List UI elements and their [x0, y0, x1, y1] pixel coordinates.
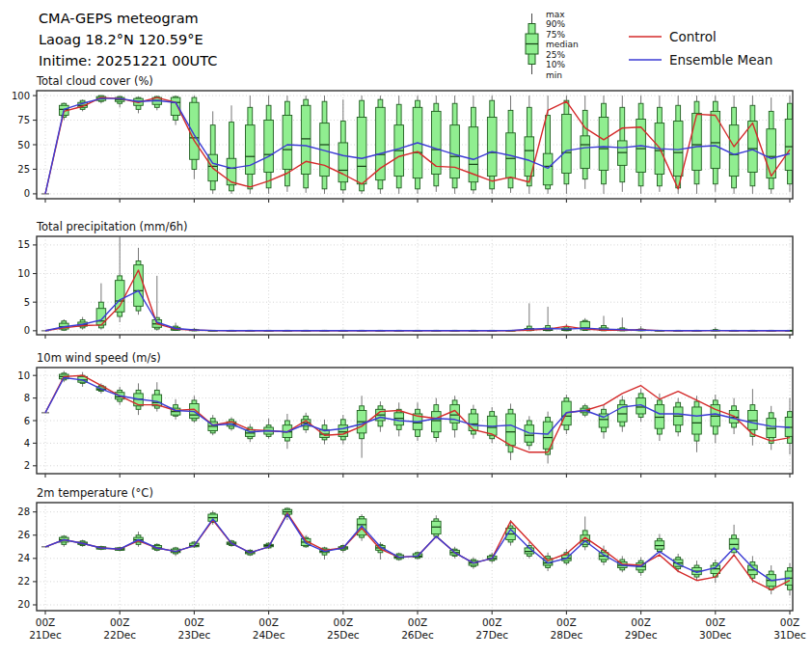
y-tick-label: 25: [17, 164, 30, 175]
box-plot: [469, 96, 478, 194]
legend-box-label: max: [546, 10, 565, 19]
x-label-date: 29Dec: [625, 629, 658, 641]
box-plot: [581, 516, 590, 550]
box-plot: [767, 406, 776, 451]
box-plot: [394, 96, 404, 194]
legend-box-label: 25%: [546, 50, 565, 60]
box-25-75: [171, 97, 180, 115]
box-plot: [432, 96, 442, 192]
box-25-75: [599, 117, 609, 170]
legend-box-label: 75%: [546, 30, 565, 40]
box-plot: [729, 96, 739, 194]
y-tick-label: 5: [24, 297, 30, 308]
y-tick-label: 22: [17, 576, 30, 587]
x-label-date: 22Dec: [103, 629, 136, 641]
box-plot: [673, 96, 683, 194]
box-plot: [525, 303, 534, 330]
box-plot: [599, 405, 609, 439]
box-25-75: [246, 125, 256, 175]
box-plot: [506, 403, 516, 460]
figure-location: Laoag 18.2°N 120.59°E: [39, 29, 217, 50]
y-tick-label: 10: [17, 268, 30, 279]
y-tick-label: 24: [17, 553, 30, 563]
y-tick-label: 15: [17, 239, 30, 250]
box-plot: [748, 96, 758, 194]
panel-title-cloud: Total cloud cover (%): [36, 74, 153, 88]
box-plot: [487, 96, 497, 194]
x-label-date: 21Dec: [29, 629, 62, 641]
y-tick-label: 50: [17, 140, 30, 150]
box-plot: [673, 398, 683, 437]
y-tick-label: 4: [24, 438, 30, 449]
panel-temp: 20222426282m temperature (°C): [17, 486, 795, 615]
box-25-75: [692, 113, 702, 170]
x-label-date: 26Dec: [401, 629, 434, 641]
y-tick-label: 8: [24, 393, 30, 403]
legend-box-label: 10%: [546, 60, 565, 69]
box-plot: [246, 424, 256, 443]
box-plot: [673, 554, 683, 572]
box-plot: [711, 395, 720, 443]
box-plot: [543, 307, 553, 331]
y-tick-label: 100: [12, 91, 30, 101]
box-plot: [190, 96, 200, 179]
box-25-75: [450, 125, 460, 178]
y-tick-label: 6: [24, 416, 30, 426]
x-label-hour: 00Z: [184, 616, 204, 628]
y-tick-label: 0: [24, 188, 30, 199]
x-label-date: 28Dec: [551, 629, 583, 641]
panel-wind: 24681010m wind speed (m/s): [17, 351, 795, 478]
box-plot: [264, 419, 274, 439]
meteogram-figure: 0255075100Total cloud cover (%)051015Tot…: [0, 0, 812, 656]
box-25-75: [506, 414, 516, 446]
box-plot: [413, 96, 422, 194]
panel-title-temp: 2m temperature (°C): [37, 486, 153, 500]
box-25-75: [543, 153, 553, 185]
grid-precip: [37, 236, 793, 335]
x-label-hour: 00Z: [110, 616, 130, 628]
box-plot: [301, 96, 311, 193]
box-plot: [152, 382, 162, 411]
box-plot: [134, 96, 144, 113]
line-legend: ControlEnsemble Mean: [629, 29, 772, 68]
figure-inittime: Initime: 20251221 00UTC: [39, 50, 217, 71]
box-25-75: [432, 412, 442, 432]
y-tick-label: 10: [17, 370, 30, 381]
x-label-date: 27Dec: [475, 629, 508, 641]
box-plot: [525, 96, 534, 194]
box-25-75: [692, 407, 702, 434]
x-label-hour: 00Z: [408, 616, 428, 628]
figure-header: CMA-GEPS meteogram Laoag 18.2°N 120.59°E…: [39, 8, 217, 71]
box-plot: [711, 560, 720, 583]
box-plot: [487, 407, 497, 443]
box-25-75: [376, 107, 386, 179]
boxplots-cloud: [60, 96, 795, 194]
y-tick-label: 0: [24, 325, 30, 336]
x-label-hour: 00Z: [334, 616, 354, 628]
boxplots-temp: [60, 507, 795, 596]
y-tick-label: 26: [17, 530, 30, 540]
box-plot: [376, 96, 386, 194]
box-plot: [618, 396, 628, 431]
panel-title-wind: 10m wind speed (m/s): [37, 351, 161, 365]
box-plot: [767, 97, 776, 194]
box-plot: [748, 389, 758, 446]
x-label-date: 25Dec: [327, 629, 360, 641]
x-label-hour: 00Z: [706, 616, 726, 628]
box-plot: [469, 405, 478, 439]
box-plot: [618, 96, 628, 192]
box-plot: [636, 96, 646, 194]
box-25-75: [581, 136, 590, 169]
panel-precip: 051015Total precipitation (mm/6h): [17, 220, 795, 339]
box-plot: [432, 398, 442, 443]
legend-line-label: Control: [669, 29, 717, 44]
box-plot: [618, 317, 628, 331]
box-25-75: [729, 125, 739, 177]
box-plot: [357, 96, 366, 194]
x-label-hour: 00Z: [258, 616, 279, 628]
meteogram-canvas: 0255075100Total cloud cover (%)051015Tot…: [0, 0, 812, 656]
box-25-75: [357, 117, 366, 183]
box-plot: [432, 515, 442, 538]
boxplot-legend: max90%75%median25%10%min: [526, 10, 579, 80]
x-label-date: 24Dec: [253, 629, 285, 641]
